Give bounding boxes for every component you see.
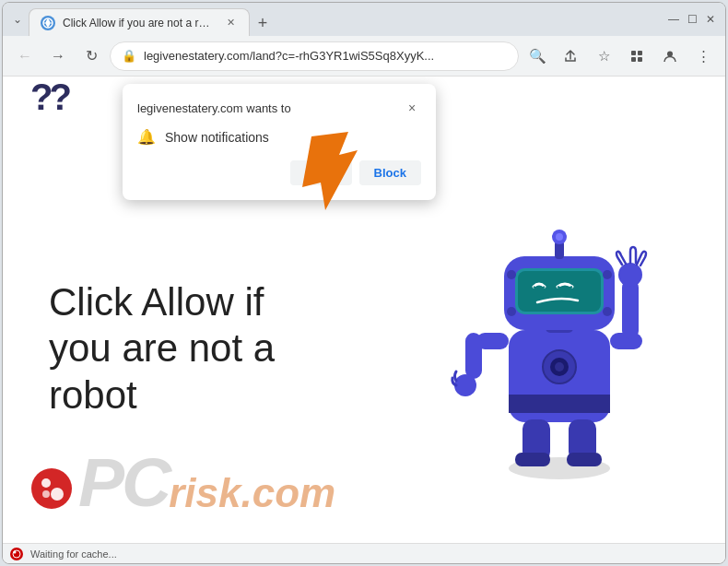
tab-title: Click Allow if you are not a robot [63, 17, 216, 29]
question-marks: ?? [30, 77, 68, 118]
robot-illustration [449, 187, 688, 501]
active-tab[interactable]: Click Allow if you are not a robot ✕ [29, 8, 250, 36]
svg-point-37 [51, 488, 64, 501]
svg-point-13 [555, 362, 564, 371]
svg-point-38 [42, 490, 50, 498]
profile-icon[interactable] [655, 41, 685, 71]
svg-point-36 [41, 478, 51, 488]
lock-icon: 🔒 [122, 49, 136, 63]
svg-rect-1 [631, 51, 636, 55]
menu-icon[interactable]: ⋮ [688, 41, 718, 71]
back-button[interactable]: ← [10, 41, 40, 71]
new-tab-button[interactable]: + [250, 10, 276, 36]
status-text: Waiting for cache... [30, 548, 117, 560]
chevron-icon[interactable]: ⌄ [10, 12, 25, 27]
watermark: PC risk.com [30, 448, 335, 517]
reload-button[interactable]: ↻ [76, 41, 106, 71]
maximize-button[interactable]: ☐ [685, 12, 699, 27]
tab-close-button[interactable]: ✕ [223, 16, 238, 30]
share-icon[interactable] [556, 41, 585, 71]
svg-rect-15 [465, 333, 482, 379]
status-favicon-icon [10, 548, 23, 560]
toolbar-icons: 🔍 ☆ ⋮ [523, 41, 718, 71]
tab-favicon-icon [41, 16, 55, 30]
svg-rect-22 [515, 453, 550, 466]
page-content: legivenestatery.com wants to × 🔔 Show no… [3, 77, 725, 543]
popup-close-button[interactable]: × [403, 99, 421, 117]
svg-rect-23 [567, 453, 602, 466]
tab-area: Click Allow if you are not a robot ✕ + [29, 3, 655, 36]
toolbar: ← → ↻ 🔒 legivenestatery.com/land?c=-rhG3… [3, 36, 725, 77]
url-text: legivenestatery.com/land?c=-rhG3YR1wiS5S… [144, 49, 507, 63]
title-bar: ⌄ Click Allow if you are not a robot ✕ +… [3, 3, 725, 36]
window-controls: — ☐ ✕ [659, 12, 718, 27]
minimize-button[interactable]: — [666, 12, 681, 27]
svg-point-40 [14, 550, 17, 553]
status-bar: Waiting for cache... [3, 543, 725, 563]
svg-rect-18 [622, 279, 639, 339]
svg-point-19 [618, 263, 642, 287]
svg-point-16 [454, 374, 476, 396]
bell-icon: 🔔 [137, 128, 156, 146]
forward-button[interactable]: → [43, 41, 73, 71]
popup-header: legivenestatery.com wants to × [137, 99, 421, 117]
close-button[interactable]: ✕ [703, 12, 718, 27]
notification-label: Show notifications [165, 130, 269, 145]
svg-point-34 [603, 307, 612, 316]
svg-point-35 [31, 468, 72, 509]
svg-point-33 [603, 270, 612, 279]
popup-site-text: legivenestatery.com wants to [137, 101, 291, 115]
svg-rect-27 [518, 271, 601, 312]
address-bar[interactable]: 🔒 legivenestatery.com/land?c=-rhG3YR1wiS… [110, 41, 519, 71]
svg-rect-4 [638, 57, 642, 62]
extensions-icon[interactable] [622, 41, 652, 71]
svg-rect-3 [631, 57, 636, 62]
svg-rect-2 [638, 51, 642, 55]
svg-point-31 [507, 270, 516, 279]
pc-logo-icon [30, 467, 73, 513]
browser-window: ⌄ Click Allow if you are not a robot ✕ +… [2, 2, 726, 564]
main-message-text: Click Allow if you are not a robot [49, 279, 288, 419]
svg-marker-6 [302, 132, 358, 210]
bookmark-icon[interactable]: ☆ [589, 41, 618, 71]
svg-point-5 [667, 51, 673, 56]
watermark-pc: PC [78, 448, 169, 517]
arrow-indicator [298, 132, 390, 218]
svg-rect-10 [509, 395, 610, 402]
main-message: Click Allow if you are not a robot [49, 279, 288, 419]
search-icon[interactable]: 🔍 [523, 41, 552, 71]
svg-point-30 [556, 233, 563, 241]
svg-point-32 [507, 307, 516, 316]
watermark-risk: risk.com [169, 473, 335, 513]
